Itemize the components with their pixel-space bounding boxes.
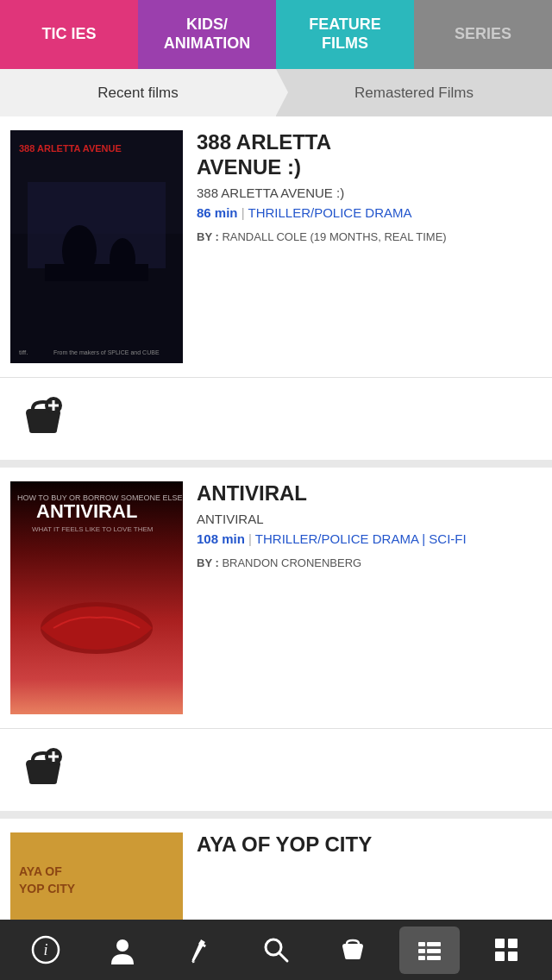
content-area: 388 ARLETTA AVENUE tiff. From the makers… bbox=[0, 116, 552, 920]
svg-line-28 bbox=[279, 953, 287, 961]
add-to-cart-button-antiviral[interactable] bbox=[14, 739, 72, 801]
film-title-388: 388 ARLETTAAVENUE :) bbox=[197, 130, 542, 180]
add-to-cart-row-antiviral bbox=[0, 729, 552, 812]
svg-text:From the makers of SPLICE and : From the makers of SPLICE and CUBE bbox=[53, 349, 160, 355]
svg-rect-33 bbox=[418, 956, 425, 960]
film-director-antiviral: BY : BRANDON CRONENBERG bbox=[197, 556, 542, 569]
svg-rect-30 bbox=[427, 942, 441, 946]
add-to-cart-button-388[interactable] bbox=[14, 388, 72, 449]
film-poster-antiviral[interactable]: HOW TO BUY OR BORROW SOMEONE ELSE'S CELE… bbox=[10, 481, 183, 714]
svg-rect-37 bbox=[495, 952, 505, 961]
sub-tab-remastered[interactable]: Remastered Films bbox=[276, 69, 552, 116]
film-poster-aya[interactable]: AYA OF YOP CITY bbox=[10, 832, 183, 920]
sub-tab-recent[interactable]: Recent films bbox=[0, 69, 276, 116]
film-meta-388: 86 min | THRILLER/POLICE DRAMA bbox=[197, 205, 542, 220]
svg-rect-5 bbox=[45, 264, 148, 281]
svg-rect-34 bbox=[427, 956, 441, 960]
film-info-aya: AYA OF YOP CITY bbox=[197, 832, 542, 858]
film-title-antiviral: ANTIVIRAL bbox=[197, 481, 542, 506]
bottom-nav-info[interactable]: i bbox=[16, 927, 76, 974]
film-card-388: 388 ARLETTA AVENUE tiff. From the makers… bbox=[0, 116, 552, 378]
nav-tab-classic[interactable]: TIC IES bbox=[0, 0, 138, 69]
svg-text:tiff.: tiff. bbox=[19, 349, 28, 356]
sub-tabs: Recent films Remastered Films bbox=[0, 69, 552, 116]
bottom-nav-profile[interactable] bbox=[92, 927, 153, 974]
nav-tab-feature[interactable]: FEATUREFILMS bbox=[276, 0, 414, 69]
svg-rect-35 bbox=[495, 939, 505, 948]
svg-rect-2 bbox=[28, 182, 166, 268]
svg-point-26 bbox=[116, 939, 129, 952]
svg-rect-36 bbox=[508, 939, 518, 948]
nav-tab-kids[interactable]: KIDS/ANIMATION bbox=[138, 0, 276, 69]
svg-text:YOP CITY: YOP CITY bbox=[19, 882, 76, 895]
film-subtitle-antiviral: ANTIVIRAL bbox=[197, 512, 542, 526]
add-to-cart-row-388 bbox=[0, 378, 552, 461]
film-info-antiviral: ANTIVIRAL ANTIVIRAL 108 min | THRILLER/P… bbox=[197, 481, 542, 714]
svg-text:388 ARLETTA AVENUE: 388 ARLETTA AVENUE bbox=[19, 143, 122, 154]
svg-text:AYA OF: AYA OF bbox=[19, 864, 62, 878]
svg-rect-31 bbox=[418, 949, 425, 953]
film-info-388: 388 ARLETTAAVENUE :) 388 ARLETTA AVENUE … bbox=[197, 130, 542, 363]
card-divider-2 bbox=[0, 812, 552, 819]
card-divider-1 bbox=[0, 461, 552, 468]
film-subtitle-388: 388 ARLETTA AVENUE :) bbox=[197, 185, 542, 200]
nav-tab-series[interactable]: SERIES bbox=[414, 0, 552, 69]
svg-text:ANTIVIRAL: ANTIVIRAL bbox=[36, 500, 137, 522]
film-card-aya: AYA OF YOP CITY AYA OF YOP CITY bbox=[0, 819, 552, 920]
film-meta-antiviral: 108 min | THRILLER/POLICE DRAMA | SCI-FI bbox=[197, 531, 542, 546]
svg-text:i: i bbox=[43, 941, 47, 958]
bottom-nav-cart[interactable] bbox=[323, 927, 383, 974]
film-card-antiviral: HOW TO BUY OR BORROW SOMEONE ELSE'S CELE… bbox=[0, 468, 552, 729]
top-navigation: TIC IES KIDS/ANIMATION FEATUREFILMS SERI… bbox=[0, 0, 552, 69]
svg-rect-29 bbox=[418, 942, 425, 946]
svg-rect-38 bbox=[508, 952, 518, 961]
film-title-aya: AYA OF YOP CITY bbox=[197, 832, 542, 858]
film-director-388: BY : RANDALL COLE (19 MONTHS, REAL TIME) bbox=[197, 230, 542, 243]
bottom-nav-list[interactable] bbox=[399, 927, 460, 974]
bottom-nav-pen[interactable] bbox=[169, 927, 229, 974]
svg-rect-32 bbox=[427, 949, 441, 953]
film-poster-388[interactable]: 388 ARLETTA AVENUE tiff. From the makers… bbox=[10, 130, 183, 363]
bottom-nav-search[interactable] bbox=[246, 927, 306, 974]
bottom-navigation: i bbox=[0, 920, 552, 980]
bottom-nav-grid[interactable] bbox=[476, 927, 536, 974]
svg-text:WHAT IT FEELS LIKE TO LOVE THE: WHAT IT FEELS LIKE TO LOVE THEM bbox=[32, 525, 154, 533]
